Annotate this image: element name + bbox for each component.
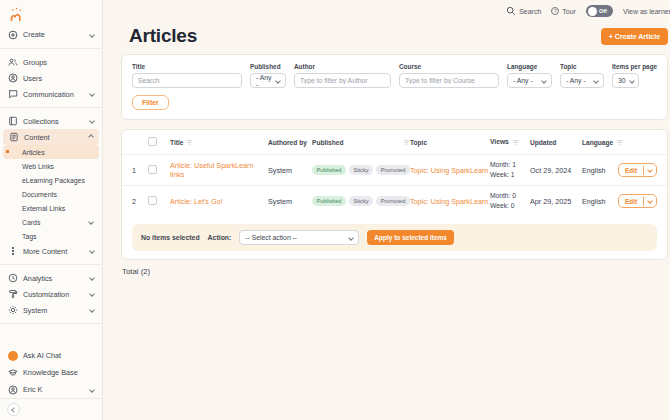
header-language[interactable]: Language: [582, 139, 618, 146]
header-topic: Topic: [410, 139, 490, 146]
author-filter-input[interactable]: [294, 73, 391, 88]
header-title[interactable]: Title: [170, 139, 268, 146]
published-filter-label: Published: [250, 63, 286, 70]
items-per-page-value: 30: [618, 77, 626, 84]
article-link[interactable]: Article: Let's Go!: [170, 197, 223, 206]
content-icon: [9, 132, 19, 142]
edit-button[interactable]: Edit: [619, 195, 643, 207]
view-as-learner-toggle[interactable]: Off: [586, 5, 613, 17]
user-circle-icon: [8, 73, 18, 83]
sidebar-item-label: Web Links: [22, 163, 54, 170]
sidebar-item-label: Content: [24, 133, 50, 142]
edit-dropdown-button[interactable]: [643, 197, 656, 206]
sidebar-item-ask-ai-chat[interactable]: Ask AI Chat: [0, 347, 102, 364]
row-number: 1: [132, 166, 148, 175]
sidebar-item-label: Knowledge Base: [23, 368, 78, 377]
edit-split-button[interactable]: Edit: [618, 194, 657, 208]
sort-icon[interactable]: [616, 139, 623, 146]
search-button[interactable]: Search: [506, 6, 541, 16]
sidebar-item-label: System: [23, 306, 47, 315]
sidebar-item-label: Create: [23, 30, 45, 39]
article-title-cell: Article: Useful SparkLearn links: [170, 161, 268, 179]
actions-cell: Edit: [618, 194, 657, 208]
chevron-down-icon: [275, 78, 281, 84]
sidebar-item-articles[interactable]: Articles: [3, 145, 99, 159]
app-logo[interactable]: [0, 0, 102, 26]
filter-button[interactable]: Filter: [132, 95, 169, 110]
sort-icon[interactable]: [403, 139, 410, 146]
sidebar-item-more-content[interactable]: More Content: [0, 243, 102, 259]
collapse-sidebar-button[interactable]: [7, 403, 20, 416]
published-filter-select[interactable]: - Any -: [250, 73, 286, 88]
chevron-down-icon: [89, 307, 95, 313]
sidebar-item-label: Tags: [22, 233, 37, 240]
sidebar-item-analytics[interactable]: Analytics: [0, 270, 102, 286]
toggle-state-label: Off: [599, 8, 607, 14]
authored-by-cell: System: [268, 197, 312, 206]
sidebar-item-collections[interactable]: Collections: [0, 113, 102, 129]
avatar-icon: [8, 385, 18, 395]
language-filter-label: Language: [507, 63, 552, 70]
sidebar-item-users[interactable]: Users: [0, 70, 102, 86]
edit-button[interactable]: Edit: [619, 164, 643, 176]
topic-link[interactable]: Topic: Using SparkLearn: [410, 197, 488, 206]
apply-to-selected-button[interactable]: Apply to selected items: [367, 230, 454, 245]
sidebar-item-elearning-packages[interactable]: eLearning Packages: [3, 173, 99, 187]
bulk-action-select[interactable]: -- Select action --: [239, 230, 359, 245]
sidebar-item-label: Documents: [22, 191, 57, 198]
edit-dropdown-button[interactable]: [643, 166, 656, 175]
sidebar-item-create[interactable]: Create: [0, 26, 102, 43]
sidebar-item-external-links[interactable]: External Links: [3, 201, 99, 215]
sidebar-item-customization[interactable]: Customization: [0, 286, 102, 302]
title-filter-input[interactable]: [132, 73, 242, 88]
sidebar-item-cards[interactable]: Cards: [3, 215, 99, 229]
topic-cell: Topic: Using SparkLearn: [410, 166, 490, 175]
published-badge: Published: [312, 165, 346, 175]
tour-button[interactable]: ? Tour: [551, 7, 576, 15]
collections-icon: [8, 116, 18, 126]
sidebar-item-tags[interactable]: Tags: [3, 229, 99, 243]
topic-link[interactable]: Topic: Using SparkLearn: [410, 166, 488, 175]
sticky-badge: Sticky: [349, 165, 373, 175]
sidebar-item-label: External Links: [22, 205, 65, 212]
sort-icon[interactable]: [186, 139, 193, 146]
article-link[interactable]: Article: Useful SparkLearn links: [170, 161, 268, 179]
sidebar-item-user-account[interactable]: Eric K: [0, 381, 102, 398]
sort-icon[interactable]: [512, 139, 519, 146]
language-filter-select[interactable]: - Any -: [507, 73, 552, 88]
course-filter-input[interactable]: [399, 73, 499, 88]
sidebar-item-system[interactable]: System: [0, 302, 102, 318]
bulk-action-value: -- Select action --: [245, 234, 297, 241]
sidebar-item-communication[interactable]: Communication: [0, 86, 102, 102]
row-checkbox[interactable]: [148, 196, 157, 205]
row-checkbox-cell: [148, 196, 170, 207]
actions-cell: Edit: [618, 163, 657, 177]
table-row: 2 Article: Let's Go! System Published St…: [122, 185, 667, 216]
items-per-page-select[interactable]: 30: [612, 73, 639, 88]
topic-filter-select[interactable]: - Any -: [560, 73, 604, 88]
sidebar-item-documents[interactable]: Documents: [3, 187, 99, 201]
course-filter-label: Course: [399, 63, 499, 70]
sidebar-item-knowledge-base[interactable]: Knowledge Base: [0, 364, 102, 381]
filter-field-published: Published - Any -: [250, 63, 286, 88]
sidebar-item-label: Ask AI Chat: [23, 351, 61, 360]
topic-cell: Topic: Using SparkLearn: [410, 197, 490, 206]
header-published[interactable]: Published: [312, 139, 410, 146]
toggle-knob: [588, 7, 597, 16]
edit-split-button[interactable]: Edit: [618, 163, 657, 177]
select-all-checkbox[interactable]: [148, 137, 157, 146]
chevron-down-icon: [89, 275, 95, 281]
filter-panel: Title Published - Any - Author Course: [121, 54, 668, 120]
header-views[interactable]: Views: [490, 137, 530, 147]
dots-vertical-icon: [8, 247, 18, 255]
row-checkbox[interactable]: [148, 165, 157, 174]
topic-filter-label: Topic: [560, 63, 604, 70]
create-article-button[interactable]: + Create Article: [601, 28, 668, 45]
plus-circle-icon: [8, 30, 18, 40]
sidebar-item-web-links[interactable]: Web Links: [3, 159, 99, 173]
sidebar-item-content[interactable]: Content: [3, 129, 99, 145]
sidebar-item-groups[interactable]: Groups: [0, 54, 102, 70]
select-all-cell: [148, 137, 170, 147]
search-label: Search: [519, 8, 541, 15]
sidebar-item-label: More Content: [23, 247, 67, 256]
